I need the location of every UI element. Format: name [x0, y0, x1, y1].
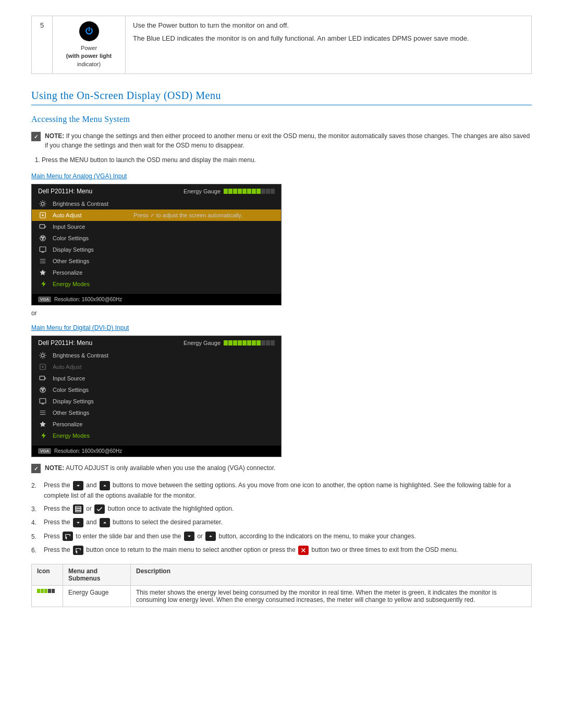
step-content-4: Press the and buttons to select the desi…	[44, 517, 532, 527]
up-arrow-icon	[100, 481, 110, 490]
d-brightness-icon	[38, 352, 47, 359]
osd-item-personalize[interactable]: Personalize	[32, 267, 281, 278]
table-header-menu: Menu and Submenus	[63, 564, 131, 586]
d-input-source-icon	[38, 375, 47, 382]
svg-rect-10	[40, 225, 44, 228]
osd-title: Dell P2011H: Menu	[38, 188, 92, 195]
table-cell-menu: Energy Gauge	[63, 586, 131, 607]
tbl-bar-4	[48, 589, 51, 593]
osd-menu-items-analog: Brightness & Contrast Auto Adjust Press …	[32, 198, 281, 294]
table-row: Energy Gauge This meter shows the energy…	[32, 586, 532, 607]
step-row-2: 2. Press the and buttons to move between…	[31, 480, 532, 500]
step-row-5: 5. Press to enter the slide bar and then…	[31, 532, 532, 542]
svg-line-3	[40, 202, 41, 202]
menu-icon-step3	[73, 504, 83, 514]
table-header-icon: Icon	[32, 564, 63, 586]
d-energy-modes-label: Energy Modes	[53, 433, 123, 439]
d-osd-item-input-source[interactable]: Input Source	[32, 373, 281, 384]
color-settings-label: Color Settings	[53, 235, 123, 241]
note-icon-1: ✓	[31, 132, 41, 141]
osd-menu-items-digital: Brightness & Contrast Auto Adjust In	[32, 350, 281, 446]
energy-seg-9	[261, 189, 265, 194]
info-table: Icon Menu and Submenus Description Energ	[31, 564, 532, 607]
svg-point-22	[41, 354, 44, 357]
osd-item-other-settings[interactable]: Other Settings	[32, 255, 281, 267]
energy-seg-8	[256, 189, 261, 194]
up-arrow-icon-3	[205, 532, 216, 541]
svg-rect-37	[40, 399, 46, 403]
d-osd-item-brightness[interactable]: Brightness & Contrast	[32, 350, 281, 361]
svg-line-25	[40, 353, 41, 354]
step-num-2: 2.	[31, 480, 41, 491]
input-source-icon	[38, 223, 47, 230]
d-resolution-text: Resolution: 1600x900@60Hz	[54, 448, 122, 454]
svg-point-14	[42, 239, 43, 240]
d-brightness-label: Brightness & Contrast	[53, 352, 123, 359]
note-box-1: ✓ NOTE: If you change the settings and t…	[31, 131, 532, 150]
energy-seg-2	[228, 189, 232, 194]
energy-gauge-label: Energy Gauge	[183, 188, 221, 194]
svg-point-12	[41, 237, 42, 238]
row-number: 5	[32, 16, 53, 74]
d-energy-modes-icon	[38, 432, 47, 439]
d-osd-item-personalize[interactable]: Personalize	[32, 418, 281, 430]
step-row-3: 3. Press the or button once to activate …	[31, 504, 532, 514]
osd-item-brightness[interactable]: Brightness & Contrast	[32, 198, 281, 209]
d-resolution-icon: VGA	[38, 448, 51, 454]
energy-bar-digital	[224, 340, 275, 346]
d-display-settings-icon	[38, 398, 47, 405]
brightness-label: Brightness & Contrast	[53, 201, 123, 207]
energy-modes-icon	[38, 280, 47, 288]
d-osd-item-color-settings[interactable]: Color Settings	[32, 384, 281, 396]
d-osd-item-energy-modes[interactable]: Energy Modes	[32, 430, 281, 441]
step-content-2: Press the and buttons to move between th…	[44, 480, 532, 500]
step-content-6: Press the button once to return to the m…	[44, 545, 532, 555]
osd-item-auto-adjust[interactable]: Auto Adjust Press ✓ to adjust the screen…	[32, 209, 281, 221]
table-cell-desc: This meter shows the energy level being …	[131, 586, 532, 607]
note-icon-2: ✓	[31, 464, 41, 473]
tbl-bar-3	[44, 589, 47, 593]
tbl-bar-1	[37, 589, 40, 593]
osd-item-input-source[interactable]: Input Source	[32, 221, 281, 232]
osd-item-color-settings[interactable]: Color Settings	[32, 232, 281, 244]
digital-menu-label: Main Menu for Digital (DVI-D) Input	[31, 324, 532, 331]
energy-modes-label: Energy Modes	[53, 281, 123, 287]
osd-header: Dell P2011H: Menu Energy Gauge	[32, 184, 281, 198]
resolution-icon: VGA	[38, 297, 51, 302]
svg-point-36	[42, 390, 43, 391]
svg-line-8	[44, 202, 45, 202]
svg-rect-45	[76, 508, 81, 510]
d-energy-seg-5	[242, 340, 247, 346]
d-energy-seg-3	[233, 340, 237, 346]
other-settings-icon	[38, 257, 47, 265]
d-input-source-label: Input Source	[53, 375, 123, 381]
d-osd-item-display-settings[interactable]: Display Settings	[32, 396, 281, 407]
power-symbol-icon	[84, 26, 94, 36]
energy-gauge-area-digital: Energy Gauge	[183, 340, 275, 346]
step-content-3: Press the or button once to activate the…	[44, 504, 532, 514]
back-icon-step6	[73, 546, 83, 555]
check-icon-step3	[94, 504, 105, 514]
step-1: Press the MENU button to launch the OSD …	[42, 155, 532, 165]
input-source-label: Input Source	[53, 224, 123, 230]
power-description: Use the Power button to turn the monitor…	[126, 16, 532, 74]
d-personalize-label: Personalize	[53, 421, 123, 427]
d-energy-seg-4	[238, 340, 242, 346]
osd-menu-analog: Dell P2011H: Menu Energy Gauge	[31, 184, 282, 305]
power-icon-cell: Power (with power light indicator)	[53, 16, 126, 74]
energy-gauge-area: Energy Gauge	[183, 188, 275, 194]
energy-seg-10	[266, 189, 270, 194]
svg-rect-46	[76, 510, 81, 511]
down-arrow-icon	[73, 481, 83, 490]
osd-item-energy-modes[interactable]: Energy Modes	[32, 278, 281, 290]
energy-seg-5	[242, 189, 247, 194]
svg-point-35	[43, 388, 44, 389]
power-icon-circle	[79, 21, 99, 41]
energy-seg-6	[247, 189, 251, 194]
osd-item-display-settings[interactable]: Display Settings	[32, 244, 281, 255]
tbl-bar-5	[52, 589, 55, 593]
auto-adjust-desc: Press ✓ to adjust the screen automatical…	[128, 212, 275, 219]
personalize-label: Personalize	[53, 269, 123, 276]
d-auto-adjust-icon	[38, 363, 47, 371]
d-osd-item-other-settings[interactable]: Other Settings	[32, 407, 281, 418]
